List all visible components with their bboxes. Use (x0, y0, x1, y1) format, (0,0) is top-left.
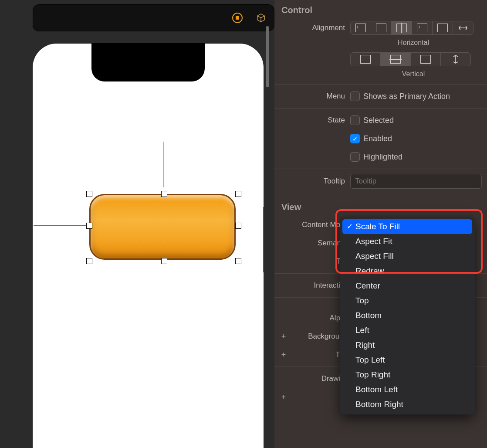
state-enabled-label: Enabled (363, 134, 392, 143)
constraint-line-right (263, 207, 264, 272)
content-mode-option-label: Right (355, 340, 375, 350)
alignment-label: Alignment (280, 24, 350, 32)
stop-preview-icon[interactable] (232, 13, 243, 23)
resize-handle[interactable] (161, 258, 167, 264)
content-mode-option[interactable]: Aspect Fill (340, 249, 475, 264)
content-mode-option-label: Aspect Fill (355, 251, 394, 261)
content-mode-option-label: Top (355, 296, 369, 305)
canvas-toolbar (33, 4, 274, 31)
content-mode-option-label: Redraw (355, 266, 384, 275)
check-icon: ✓ (347, 222, 353, 231)
align-fill-icon[interactable] (433, 21, 453, 34)
align-justify-icon[interactable] (453, 21, 473, 34)
resize-handle[interactable] (235, 191, 241, 197)
alignment-horizontal-segmented[interactable]: L T (350, 21, 473, 35)
content-mode-option-label: Center (355, 281, 380, 290)
content-mode-option[interactable]: Center (340, 278, 475, 293)
vertical-sublabel: Vertical (274, 70, 487, 78)
app-root: Control Alignment L T Horizontal (0, 0, 487, 448)
resize-handle[interactable] (235, 223, 241, 229)
menu-primary-label: Shows as Primary Action (363, 92, 450, 101)
resize-handle[interactable] (86, 191, 92, 197)
menu-label: Menu (280, 92, 350, 101)
horizontal-sublabel: Horizontal (274, 39, 487, 47)
content-mode-option[interactable]: Redraw (340, 264, 475, 278)
content-mode-dropdown[interactable]: ✓Scale To FillAspect FitAspect FillRedra… (340, 217, 475, 414)
content-mode-option[interactable]: Top (340, 293, 475, 308)
resize-handle[interactable] (86, 223, 92, 229)
add-drawing-button[interactable]: + (280, 393, 287, 402)
valign-bottom-icon[interactable] (411, 53, 441, 66)
align-left-icon[interactable]: L (351, 21, 371, 34)
content-mode-option-label: Aspect Fit (355, 237, 392, 246)
alignment-vertical-segmented[interactable] (350, 52, 471, 66)
content-mode-option-label: Bottom Left (355, 385, 398, 394)
constraint-line-left (34, 225, 89, 226)
align-center-icon[interactable] (392, 21, 412, 34)
vertical-scrollbar[interactable] (266, 26, 269, 87)
device-notch (91, 43, 205, 81)
3d-cube-icon[interactable] (256, 13, 266, 23)
content-mode-option[interactable]: Bottom Left (340, 382, 475, 397)
menu-primary-checkbox[interactable] (350, 92, 360, 101)
valign-fill-icon[interactable] (441, 53, 470, 66)
state-selected-checkbox[interactable] (350, 115, 360, 125)
content-mode-option[interactable]: ✓Scale To Fill (342, 219, 472, 234)
state-enabled-checkbox[interactable] (350, 134, 360, 143)
content-mode-option-label: Scale To Fill (355, 222, 400, 231)
section-title-view: View (274, 197, 487, 216)
resize-handle[interactable] (235, 258, 241, 264)
valign-top-icon[interactable] (351, 53, 381, 66)
tooltip-label: Tooltip (280, 177, 350, 186)
content-mode-option[interactable]: Right (340, 338, 475, 353)
content-mode-option-label: Top Right (355, 370, 390, 379)
content-mode-option[interactable]: Top Right (340, 367, 475, 382)
state-highlighted-label: Highlighted (363, 153, 402, 162)
canvas-area[interactable] (0, 0, 274, 448)
device-preview[interactable] (33, 44, 264, 448)
content-mode-option[interactable]: Bottom (340, 308, 475, 323)
selected-element[interactable] (89, 150, 237, 260)
section-title-control: Control (274, 0, 487, 19)
valign-center-icon[interactable] (381, 53, 411, 66)
content-mode-option-label: Bottom Right (355, 400, 403, 409)
content-mode-option[interactable]: Top Left (340, 353, 475, 367)
align-trailing-icon[interactable]: T (412, 21, 433, 34)
content-mode-option-label: Left (355, 326, 369, 335)
content-mode-option[interactable]: Aspect Fit (340, 234, 475, 249)
state-selected-label: Selected (363, 116, 394, 125)
add-background-button[interactable]: + (280, 332, 287, 341)
content-mode-option[interactable]: Bottom Right (340, 397, 475, 412)
state-label: State (280, 116, 350, 125)
state-highlighted-checkbox[interactable] (350, 152, 360, 162)
align-leading-icon[interactable] (371, 21, 392, 34)
button-graphic[interactable] (89, 194, 236, 260)
content-mode-option-label: Top Left (355, 355, 385, 364)
tooltip-input[interactable] (350, 174, 482, 189)
add-tint-button[interactable]: + (280, 350, 287, 360)
content-mode-option[interactable]: Left (340, 323, 475, 338)
constraint-line-top (163, 142, 164, 187)
resize-handle[interactable] (161, 191, 167, 197)
content-mode-option-label: Bottom (355, 311, 382, 320)
resize-handle[interactable] (86, 258, 92, 264)
